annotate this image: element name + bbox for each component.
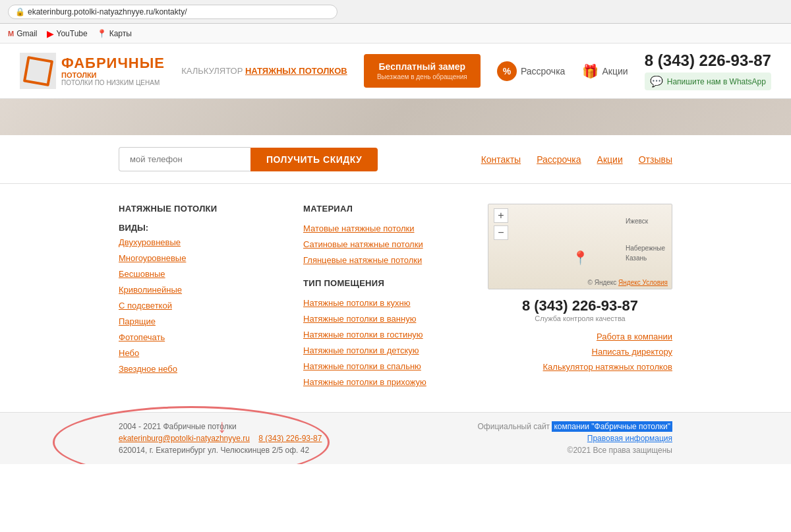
youtube-icon: ▶ bbox=[47, 28, 54, 39]
map-zoom-in[interactable]: + bbox=[494, 208, 508, 223]
city-kazan: Казань bbox=[626, 254, 665, 262]
gmail-icon: M bbox=[8, 30, 14, 38]
nav-aktsii[interactable]: Акции bbox=[597, 154, 623, 165]
youtube-label: YouTube bbox=[57, 29, 88, 38]
nav-otzyvy[interactable]: Отзывы bbox=[639, 154, 672, 165]
company-link[interactable]: компании "Фабричные потолки" bbox=[552, 421, 672, 432]
hero-image bbox=[0, 99, 791, 135]
link-glyantsevye[interactable]: Глянцевые натяжные потолки bbox=[303, 255, 422, 265]
phone-area: 8 (343) 226-93-87 💬 Напишите нам в Whats… bbox=[645, 51, 771, 90]
form-left: ПОЛУЧИТЬ СКИДКУ bbox=[119, 147, 378, 171]
logo-text: ФАБРИЧНЫЕ ПОТОЛКИ ПОТОЛКИ ПО НИЗКИМ ЦЕНА… bbox=[61, 55, 165, 86]
map-bg: + − 📍 Ижевск Набережные Казань © Яндекс … bbox=[488, 204, 672, 289]
list-item: Натяжные потолки в ванную bbox=[303, 313, 461, 324]
list-item: Натяжные потолки в спальню bbox=[303, 361, 461, 371]
map-city-labels: Ижевск Набережные Казань bbox=[626, 218, 665, 262]
form-bar-nav: Контакты Рассрочка Акции Отзывы bbox=[481, 154, 672, 165]
gift-icon: 🎁 bbox=[582, 63, 599, 79]
copyright-text: 2004 - 2021 Фабричные потолки bbox=[119, 422, 322, 431]
link-krivolineynyye[interactable]: Криволинейные bbox=[119, 285, 182, 295]
address-text: 620014, г. Екатеринбург ул. Челюскинцев … bbox=[119, 446, 322, 455]
map-phone[interactable]: 8 (343) 226-93-87 bbox=[488, 297, 672, 314]
whatsapp-label: Напишите нам в WhatsApp bbox=[667, 77, 766, 86]
legal-link[interactable]: Правовая информация bbox=[587, 434, 672, 443]
calc-link[interactable]: КАЛЬКУЛЯТОР НАТЯЖНЫХ ПОТОЛКОВ bbox=[181, 66, 347, 76]
bottom-left: 2004 - 2021 Фабричные потолки ekaterinbu… bbox=[119, 422, 322, 455]
link-detskaya[interactable]: Натяжные потолки в детскую bbox=[303, 345, 419, 355]
list-item: Фотопечать bbox=[119, 332, 277, 342]
list-item: Натяжные потолки в детскую bbox=[303, 345, 461, 355]
link-nebo[interactable]: Небо bbox=[119, 348, 139, 358]
link-paryashchiye[interactable]: Парящие bbox=[119, 316, 156, 326]
col-room-list: Натяжные потолки в кухню Натяжные потолк… bbox=[303, 297, 461, 387]
site-header: ФАБРИЧНЫЕ ПОТОЛКИ ПОТОЛКИ ПО НИЗКИМ ЦЕНА… bbox=[0, 44, 791, 99]
bookmark-youtube[interactable]: ▶ YouTube bbox=[47, 28, 88, 39]
city-naberezhnye: Набережные bbox=[626, 245, 665, 252]
list-item: Многоуровневые bbox=[119, 252, 277, 263]
gmail-label: Gmail bbox=[16, 29, 37, 38]
link-director[interactable]: Написать директору bbox=[488, 347, 672, 357]
list-item: Натяжные потолки в кухню bbox=[303, 297, 461, 308]
main-content: НАТЯЖНЫЕ ПОТОЛКИ ВИДЫ: Двухуровневые Мно… bbox=[0, 184, 791, 412]
discount-button[interactable]: ПОЛУЧИТЬ СКИДКУ bbox=[250, 148, 378, 171]
bookmark-gmail[interactable]: M Gmail bbox=[8, 29, 38, 38]
list-item: Криволинейные bbox=[119, 284, 277, 295]
city-izhevsk: Ижевск bbox=[626, 218, 665, 225]
logo-area[interactable]: ФАБРИЧНЫЕ ПОТОЛКИ ПОТОЛКИ ПО НИЗКИМ ЦЕНА… bbox=[20, 53, 165, 89]
map-pin: 📍 bbox=[572, 250, 589, 266]
form-bar: ПОЛУЧИТЬ СКИДКУ Контакты Рассрочка Акции… bbox=[0, 135, 791, 184]
link-matovye[interactable]: Матовые натяжные потолки bbox=[303, 223, 415, 233]
url-text: ekaterinburg.potolki-natyazhnyye.ru/kont… bbox=[28, 7, 187, 16]
link-spalnya[interactable]: Натяжные потолки в спальню bbox=[303, 361, 421, 371]
installment-label: Рассрочка bbox=[521, 66, 565, 76]
list-item: Парящие bbox=[119, 316, 277, 326]
link-fotopechat[interactable]: Фотопечать bbox=[119, 332, 165, 342]
link-calc[interactable]: Калькулятор натяжных потолков bbox=[488, 362, 672, 372]
list-item: Небо bbox=[119, 347, 277, 358]
col-types: НАТЯЖНЫЕ ПОТОЛКИ ВИДЫ: Двухуровневые Мно… bbox=[119, 204, 277, 392]
link-rabota[interactable]: Работа в компании bbox=[488, 332, 672, 341]
maps-label: Карты bbox=[109, 29, 132, 38]
map-placeholder[interactable]: + − 📍 Ижевск Набережные Казань © Яндекс … bbox=[488, 204, 672, 289]
calc-link-text[interactable]: НАТЯЖНЫХ ПОТОЛКОВ bbox=[245, 66, 347, 76]
link-s-podsvetkoy[interactable]: С подсветкой bbox=[119, 301, 172, 310]
phone-input[interactable] bbox=[119, 147, 250, 171]
link-gostinaya[interactable]: Натяжные потолки в гостиную bbox=[303, 330, 423, 340]
map-zoom-out[interactable]: − bbox=[494, 225, 508, 240]
col-room-title: ТИП ПОМЕЩЕНИЯ bbox=[303, 278, 461, 288]
url-bar[interactable]: 🔒 ekaterinburg.potolki-natyazhnyye.ru/ko… bbox=[8, 5, 337, 19]
map-yandex-label: © Яндекс Яндекс Условия bbox=[588, 279, 668, 286]
list-item: Натяжные потолки в прихожую bbox=[303, 376, 461, 387]
link-dvuhur[interactable]: Двухуровневые bbox=[119, 237, 181, 247]
nav-kontakty[interactable]: Контакты bbox=[481, 154, 521, 165]
col-map: + − 📍 Ижевск Набережные Казань © Яндекс … bbox=[488, 204, 672, 392]
link-satinovye[interactable]: Сатиновые натяжные потолки bbox=[303, 239, 423, 249]
col-material-room: МАТЕРИАЛ Матовые натяжные потолки Сатино… bbox=[303, 204, 461, 392]
list-item: Глянцевые натяжные потолки bbox=[303, 254, 461, 265]
col-material-list: Матовые натяжные потолки Сатиновые натяж… bbox=[303, 223, 461, 265]
link-vannaya[interactable]: Натяжные потолки в ванную bbox=[303, 314, 416, 324]
free-measure-button[interactable]: Бесплатный замер Выезжаем в день обращен… bbox=[364, 54, 481, 88]
promo-area[interactable]: 🎁 Акции bbox=[582, 63, 628, 79]
nav-rassrochka[interactable]: Рассрочка bbox=[537, 154, 581, 165]
logo-desc: ПОТОЛКИ ПО НИЗКИМ ЦЕНАМ bbox=[61, 79, 165, 86]
link-besshovnye[interactable]: Бесшовные bbox=[119, 269, 165, 279]
bottom-footer: ↓ 2004 - 2021 Фабричные потолки ekaterin… bbox=[0, 412, 791, 464]
maps-icon: 📍 bbox=[97, 29, 107, 38]
email-link[interactable]: ekaterinburg@potolki-natyazhnyye.ru bbox=[119, 434, 250, 443]
bookmark-maps[interactable]: 📍 Карты bbox=[97, 29, 132, 38]
list-item: С подсветкой bbox=[119, 300, 277, 310]
link-kuhnya[interactable]: Натяжные потолки в кухню bbox=[303, 298, 411, 308]
yandex-conditions-link[interactable]: Яндекс Условия bbox=[618, 279, 668, 286]
list-item: Матовые натяжные потолки bbox=[303, 223, 461, 233]
link-zvezdnoye-nebo[interactable]: Звездное небо bbox=[119, 364, 177, 374]
main-phone[interactable]: 8 (343) 226-93-87 bbox=[645, 51, 771, 70]
link-mnogourovm[interactable]: Многоуровневые bbox=[119, 253, 186, 263]
whatsapp-area[interactable]: 💬 Напишите нам в WhatsApp bbox=[645, 73, 771, 90]
link-prikhozhuya[interactable]: Натяжные потолки в прихожую bbox=[303, 377, 426, 387]
official-label: Официальный сайт bbox=[478, 422, 550, 431]
phone-link[interactable]: 8 (343) 226-93-87 bbox=[258, 434, 322, 443]
list-item: Сатиновые натяжные потолки bbox=[303, 239, 461, 249]
installment-area[interactable]: % Рассрочка bbox=[497, 61, 565, 81]
list-item: Звездное небо bbox=[119, 363, 277, 374]
